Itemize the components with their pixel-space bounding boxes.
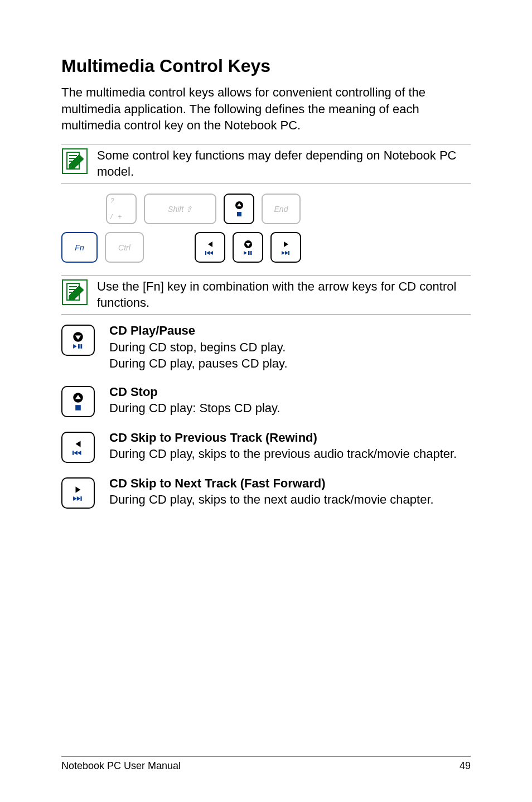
skip-prev-icon [72,450,84,456]
note-icon [61,148,88,175]
key-end-label: End [274,205,288,214]
svg-rect-33 [75,405,81,410]
svg-rect-20 [288,251,289,255]
svg-rect-29 [78,345,80,349]
def-stop-title: CD Stop [109,385,158,399]
def-key-next [61,477,95,509]
svg-marker-38 [76,487,81,493]
arrow-left-icon [206,240,215,249]
svg-marker-19 [285,251,288,255]
play-pause-icon [243,250,253,255]
skip-prev-icon [205,250,215,255]
key-arrow-down [233,232,263,263]
svg-rect-9 [205,251,206,255]
stop-icon [75,404,81,411]
arrow-right-icon [73,485,83,495]
page-footer: Notebook PC User Manual 49 [61,756,471,772]
def-key-stop [61,386,95,417]
definitions-list: CD Play/Pause During CD stop, begins CD … [61,322,471,509]
def-key-prev [61,432,95,463]
def-stop-line1: During CD play: Stops CD play. [109,401,280,415]
key-arrow-up [224,194,254,224]
key-shift-label: Shift ⇧ [168,205,192,214]
key-question-bottom: / + [110,213,122,221]
def-play-line1: During CD stop, begins CD play. [109,340,286,354]
note-icon [61,279,88,306]
svg-marker-10 [206,251,210,255]
arrow-down-icon [244,240,253,249]
arrow-right-icon [282,240,291,249]
key-arrow-right [270,232,301,263]
note-text-1: Some control key functions may defer dep… [97,148,471,180]
arrow-left-icon [73,439,83,449]
svg-marker-8 [208,241,212,247]
key-ctrl: Ctrl [105,232,144,263]
def-prev-title: CD Skip to Previous Track (Rewind) [109,431,317,445]
def-play-line2: During CD play, pauses CD play. [109,356,288,370]
key-fn-label: Fn [75,243,84,252]
arrow-up-icon [72,392,84,403]
skip-next-icon [72,496,84,501]
svg-marker-36 [74,451,78,455]
def-next-line1: During CD play, skips to the next audio … [109,492,434,506]
note-box-1: Some control key functions may defer dep… [61,144,471,183]
arrow-down-icon [72,331,84,342]
def-next-title: CD Skip to Next Track (Fast Forward) [109,476,326,490]
key-fn: Fn [61,232,98,263]
page-title: Multimedia Control Keys [61,56,471,76]
intro-paragraph: The multimedia control keys allows for c… [61,84,471,134]
def-prev-line1: During CD play, skips to the previous au… [109,447,457,461]
key-end: End [262,194,301,224]
svg-marker-28 [73,345,77,349]
svg-rect-30 [80,345,82,349]
svg-marker-17 [284,241,288,247]
key-question-top: ? [110,197,114,205]
svg-rect-16 [250,251,252,255]
stop-icon [236,211,242,217]
footer-manual-title: Notebook PC User Manual [61,760,181,772]
svg-marker-40 [77,496,81,501]
footer-page-number: 49 [460,760,471,772]
def-play-title: CD Play/Pause [109,323,195,337]
svg-marker-11 [210,251,213,255]
key-question: ? / + [106,194,137,224]
svg-marker-14 [244,251,247,255]
svg-marker-18 [282,251,285,255]
def-next: CD Skip to Next Track (Fast Forward) Dur… [61,475,471,509]
def-play-pause: CD Play/Pause During CD stop, begins CD … [61,322,471,371]
svg-marker-34 [76,441,81,447]
svg-rect-7 [237,212,241,216]
key-ctrl-label: Ctrl [118,243,130,252]
note-text-2: Use the [Fn] key in combination with the… [97,279,471,311]
svg-rect-35 [72,451,74,455]
note-box-2: Use the [Fn] key in combination with the… [61,275,471,315]
def-prev: CD Skip to Previous Track (Rewind) Durin… [61,429,471,463]
svg-rect-15 [248,251,250,255]
svg-rect-41 [80,496,81,501]
key-arrow-left [195,232,225,263]
key-shift: Shift ⇧ [144,194,216,224]
def-key-play [61,325,95,356]
svg-marker-39 [73,496,77,501]
svg-marker-37 [78,451,81,455]
def-stop: CD Stop During CD play: Stops CD play. [61,384,471,417]
arrow-up-icon [235,201,244,210]
keyboard-illustration: ? / + Shift ⇧ End Fn Ctrl [61,194,471,263]
skip-next-icon [281,250,291,255]
play-pause-icon [72,344,84,349]
